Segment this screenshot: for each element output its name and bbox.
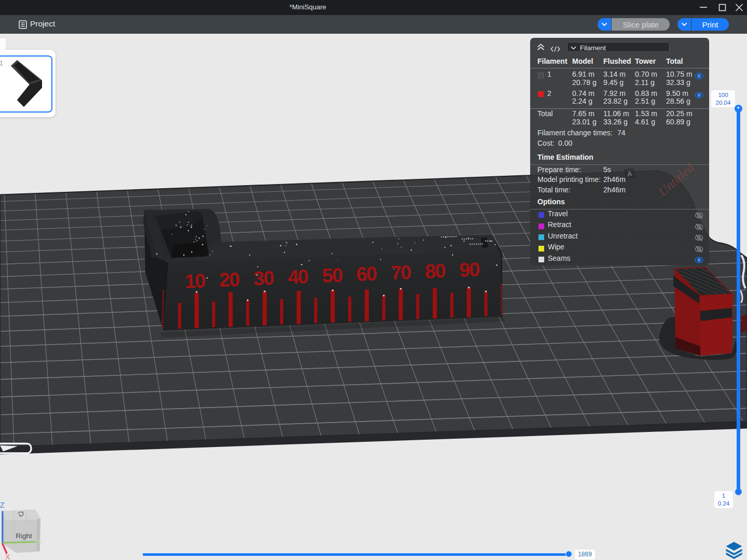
svg-text:70: 70 (390, 261, 411, 284)
svg-text:90: 90 (459, 258, 480, 281)
svg-text:30: 30 (253, 267, 274, 289)
svg-text:10: 10 (185, 270, 206, 292)
svg-text:Y: Y (38, 538, 43, 546)
svg-text:50: 50 (322, 264, 343, 286)
svg-text:80: 80 (424, 260, 446, 282)
svg-text:40: 40 (287, 265, 309, 288)
svg-text:X: X (5, 553, 10, 560)
svg-text:60: 60 (356, 263, 377, 285)
svg-text:Z: Z (0, 501, 5, 509)
svg-text:Right: Right (16, 532, 32, 540)
svg-text:20: 20 (219, 269, 240, 291)
